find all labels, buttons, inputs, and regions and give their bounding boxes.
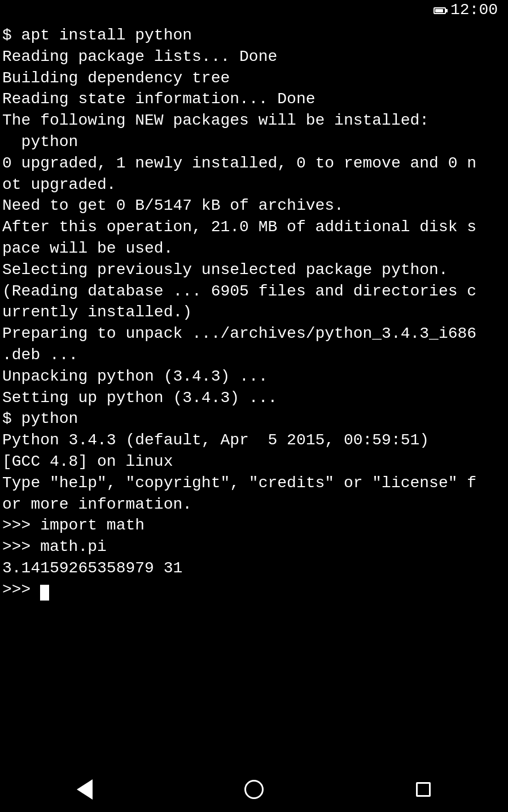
terminal-line: $ apt install python [2,25,506,46]
home-icon [244,780,264,799]
terminal-line: Reading package lists... Done [2,46,506,68]
terminal-line: python [2,131,506,153]
terminal-line: >>> math.pi [2,536,506,558]
recents-icon [416,782,431,797]
terminal-line: >>> import math [2,515,506,536]
terminal-line: Reading state information... Done [2,89,506,110]
terminal-line: ot upgraded. [2,174,506,196]
time-display: 12:00 [450,0,498,21]
terminal-line: Building dependency tree [2,68,506,89]
terminal-line: Setting up python (3.4.3) ... [2,387,506,409]
terminal-line: Type "help", "copyright", "credits" or "… [2,473,506,494]
battery-icon [433,0,446,21]
battery-fill [435,9,443,12]
home-button[interactable] [237,773,271,806]
terminal-line: 3.14159265358979 31 [2,558,506,579]
battery-shape [433,7,446,14]
terminal-line: 0 upgraded, 1 newly installed, 0 to remo… [2,153,506,174]
terminal-prompt-line[interactable]: >>> [2,579,506,601]
terminal-line: $ python [2,408,506,430]
terminal: $ apt install python Reading package lis… [0,20,508,767]
terminal-line: [GCC 4.8] on linux [2,451,506,473]
terminal-line: pace will be used. [2,238,506,259]
terminal-line: Selecting previously unselected package … [2,259,506,281]
status-bar: 12:00 [0,0,508,20]
nav-bar [0,767,508,812]
terminal-line: .deb ... [2,345,506,366]
back-button[interactable] [68,773,102,806]
cursor [40,585,49,601]
recents-button[interactable] [406,773,440,806]
terminal-line: Unpacking python (3.4.3) ... [2,366,506,387]
terminal-line: urrently installed.) [2,302,506,323]
terminal-line: After this operation, 21.0 MB of additio… [2,217,506,238]
terminal-line: Preparing to unpack .../archives/python_… [2,323,506,345]
terminal-line: Python 3.4.3 (default, Apr 5 2015, 00:59… [2,430,506,451]
terminal-line: or more information. [2,494,506,515]
back-icon [77,779,93,800]
terminal-line: The following NEW packages will be insta… [2,110,506,131]
terminal-line: (Reading database ... 6905 files and dir… [2,281,506,302]
terminal-line: Need to get 0 B/5147 kB of archives. [2,195,506,217]
